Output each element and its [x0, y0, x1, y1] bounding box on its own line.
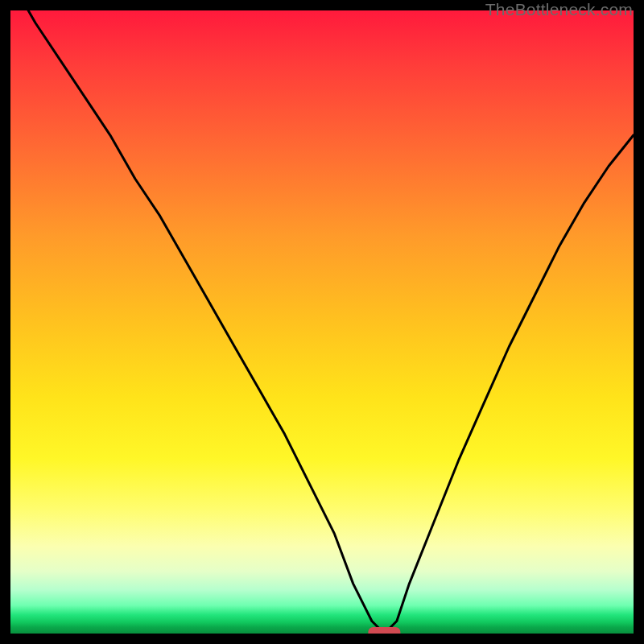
watermark-text: TheBottleneck.com: [485, 0, 633, 19]
plot-background-gradient: [10, 10, 634, 634]
chart-frame: TheBottleneck.com: [0, 0, 644, 644]
